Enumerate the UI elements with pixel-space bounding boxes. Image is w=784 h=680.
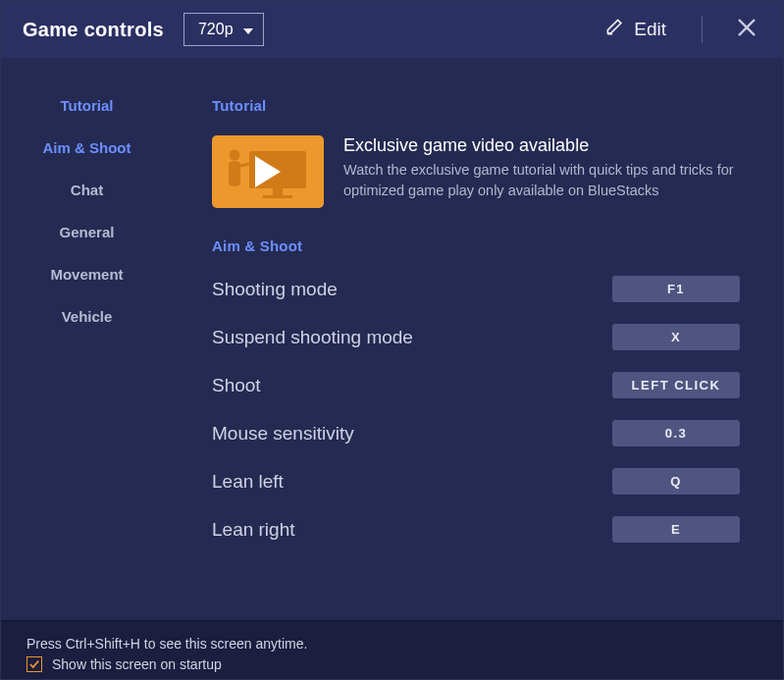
startup-label: Show this screen on startup — [52, 656, 222, 672]
keybind-label: Shoot — [212, 375, 261, 396]
close-icon — [737, 18, 757, 41]
footer-row: Show this screen on startup — [26, 656, 758, 672]
svg-rect-5 — [263, 195, 292, 198]
section-label-tutorial: Tutorial — [212, 97, 740, 114]
keybind-label: Lean right — [212, 519, 295, 541]
keybind-label: Suspend shooting mode — [212, 327, 413, 348]
keybind-input-shooting-mode[interactable]: F1 — [612, 276, 740, 302]
keybind-row: Suspend shooting mode X — [212, 324, 740, 350]
video-title: Exclusive game video available — [343, 135, 740, 156]
tutorial-block: Exclusive game video available Watch the… — [212, 135, 740, 208]
resolution-select[interactable]: 720p — [183, 13, 264, 46]
footer: Press Ctrl+Shift+H to see this screen an… — [1, 620, 783, 679]
keybind-input-suspend-shooting[interactable]: X — [612, 324, 740, 350]
body: Tutorial Aim & Shoot Chat General Moveme… — [1, 58, 783, 620]
header-divider — [702, 16, 703, 43]
content-pane[interactable]: Tutorial Exclusive g — [173, 58, 783, 620]
close-button[interactable] — [728, 11, 765, 48]
sidebar-item-aim-shoot[interactable]: Aim & Shoot — [43, 139, 131, 156]
keybind-row: Shoot LEFT CLICK — [212, 372, 740, 398]
sidebar-item-general[interactable]: General — [60, 224, 115, 240]
pencil-icon — [605, 18, 624, 41]
sidebar-item-tutorial[interactable]: Tutorial — [61, 97, 114, 114]
sidebar: Tutorial Aim & Shoot Chat General Moveme… — [1, 58, 173, 620]
svg-point-6 — [230, 150, 240, 161]
header: Game controls 720p Edit — [1, 1, 783, 58]
video-description: Watch the exclusive game tutorial with q… — [343, 160, 740, 201]
page-title: Game controls — [23, 19, 164, 41]
keybind-row: Lean right E — [212, 516, 740, 543]
section-label-aim-shoot: Aim & Shoot — [212, 237, 740, 254]
keybind-row: Lean left Q — [212, 468, 740, 495]
sidebar-item-vehicle[interactable]: Vehicle — [62, 308, 113, 325]
keybind-input-lean-right[interactable]: E — [612, 516, 740, 543]
svg-rect-4 — [273, 188, 283, 196]
sidebar-item-chat[interactable]: Chat — [71, 182, 103, 198]
chevron-down-icon — [243, 21, 253, 38]
video-thumbnail[interactable] — [212, 135, 324, 208]
game-controls-window: Game controls 720p Edit — [0, 0, 784, 680]
keybind-input-shoot[interactable]: LEFT CLICK — [612, 372, 740, 398]
footer-hint: Press Ctrl+Shift+H to see this screen an… — [26, 636, 758, 652]
keybind-row: Mouse sensitivity 0.3 — [212, 420, 740, 446]
keybind-input-lean-left[interactable]: Q — [612, 468, 740, 495]
resolution-value: 720p — [198, 21, 234, 38]
keybind-input-mouse-sensitivity[interactable]: 0.3 — [612, 420, 740, 446]
startup-checkbox[interactable] — [26, 656, 42, 672]
play-icon — [253, 154, 283, 189]
keybind-label: Lean left — [212, 471, 284, 493]
check-icon — [29, 659, 39, 669]
video-text: Exclusive game video available Watch the… — [343, 135, 740, 208]
keybind-label: Shooting mode — [212, 279, 338, 300]
keybind-row: Shooting mode F1 — [212, 276, 740, 302]
keybind-label: Mouse sensitivity — [212, 423, 354, 445]
edit-button[interactable]: Edit — [605, 18, 666, 41]
edit-label: Edit — [634, 19, 666, 40]
sidebar-item-movement[interactable]: Movement — [50, 266, 123, 283]
